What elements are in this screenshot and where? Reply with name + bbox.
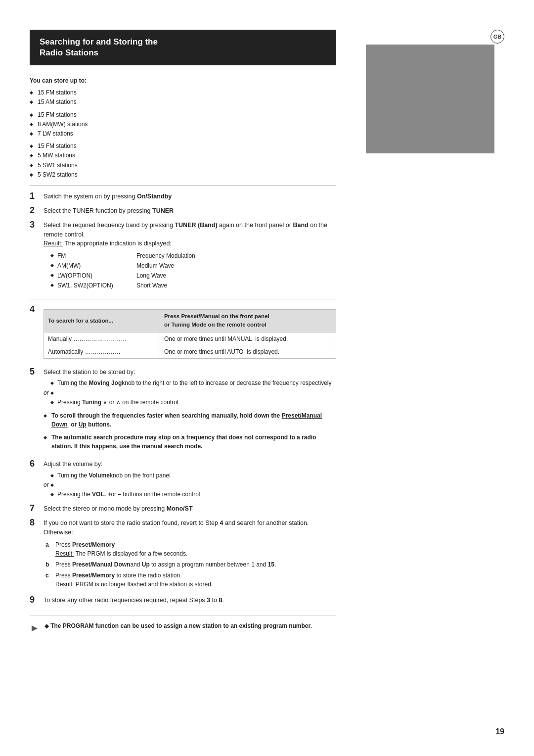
- divider-2: [30, 299, 336, 299]
- tip-arrow-icon: ►: [30, 620, 40, 635]
- step-9-content: To store any other radio frequencies req…: [44, 596, 336, 605]
- step-num-6: 6: [30, 459, 44, 469]
- search-result-auto: One or more times until AUTO is displaye…: [160, 345, 336, 359]
- freq-row-sw: SW1, SW2(OPTION) Short Wave: [50, 281, 336, 290]
- right-panel: [366, 40, 504, 153]
- list-item: 7 LW stations: [30, 129, 336, 139]
- search-table-header-1: To search for a station...: [44, 310, 160, 332]
- tip-content: ◆ The PROGRAM function can be used to as…: [44, 621, 312, 630]
- step-3-content: Select the required frequency band by pr…: [44, 221, 336, 293]
- step-num-2: 2: [30, 205, 44, 216]
- title-box: Searching for and Storing the Radio Stat…: [30, 30, 336, 65]
- sub-step-a-letter: a: [45, 540, 55, 558]
- device-image: [366, 45, 494, 153]
- page-container: GB Searching for and Storing the Radio S…: [0, 0, 534, 756]
- note-auto-text: The automatic search procedure may stop …: [51, 433, 336, 451]
- sub-step-b: b Press Preset/Manual Downand Up to assi…: [45, 560, 336, 569]
- gb-badge: GB: [490, 30, 504, 44]
- diamond-icon: ◆: [44, 413, 51, 429]
- step-num-8: 8: [30, 518, 44, 528]
- list-item: Turning the Volumeknob on the front pane…: [50, 471, 336, 480]
- step-3: 3 Select the required frequency band by …: [30, 221, 336, 293]
- list-item: Pressing the VOL. +or – buttons on the r…: [50, 490, 336, 499]
- divider-1: [30, 186, 336, 186]
- sub-step-c-content: Press Preset/Memory to store the radio s…: [55, 571, 336, 589]
- search-table: To search for a station... Press Preset/…: [44, 309, 336, 359]
- step-7-content: Select the stereo or mono mode by pressi…: [44, 504, 336, 514]
- step-num-9: 9: [30, 595, 44, 605]
- list-item: or: [50, 480, 336, 490]
- list-item: 15 FM stations: [30, 110, 336, 120]
- search-method-manual: Manually ………………………: [44, 332, 160, 345]
- list-item: 5 MW stations: [30, 151, 336, 160]
- main-content: Searching for and Storing the Radio Stat…: [30, 30, 336, 635]
- table-row: Manually ……………………… One or more times unt…: [44, 332, 336, 345]
- freq-row-am: AM(MW) Medium Wave: [50, 261, 336, 270]
- search-table-header-2: Press Preset/Manual on the front panelor…: [160, 310, 336, 332]
- step-num-5: 5: [30, 367, 44, 377]
- list-item: or: [50, 388, 336, 398]
- step-8-substeps: a Press Preset/Memory Result: The PRGM i…: [44, 540, 336, 589]
- step-6-bullets: Turning the Volumeknob on the front pane…: [44, 471, 336, 500]
- list-item: 15 AM stations: [30, 97, 336, 107]
- step-1-content: Switch the system on by pressing On/Stan…: [44, 192, 336, 201]
- list-item: Pressing Tuning ∨ or ∧ on the remote con…: [50, 398, 336, 407]
- store-up-label: You can store up to:: [30, 77, 336, 84]
- list-item: 5 SW1 stations: [30, 161, 336, 170]
- note-scroll-text: To scroll through the frequencies faster…: [51, 411, 336, 429]
- list-item: 15 FM stations: [30, 142, 336, 151]
- diamond-icon: ◆: [44, 622, 49, 629]
- sub-step-b-content: Press Preset/Manual Downand Up to assign…: [55, 560, 336, 569]
- search-result-manual: One or more times until MANUAL is displa…: [160, 332, 336, 345]
- step-5-bullets: Turning the Moving Jogknob to the right …: [44, 378, 336, 407]
- store-group-3: 15 FM stations 5 MW stations 5 SW1 stati…: [30, 142, 336, 180]
- sub-step-b-letter: b: [45, 560, 55, 569]
- freq-row-lw: LW(OPTION) Long Wave: [50, 271, 336, 280]
- step-9: 9 To store any other radio frequencies r…: [30, 596, 336, 605]
- sub-step-a: a Press Preset/Memory Result: The PRGM i…: [45, 540, 336, 558]
- store-up-section: You can store up to: 15 FM stations 15 A…: [30, 77, 336, 180]
- diamond-icon: ◆: [44, 434, 51, 451]
- sub-step-c: c Press Preset/Memory to store the radio…: [45, 571, 336, 589]
- freq-row-fm: FM Frequency Modulation: [50, 251, 336, 260]
- list-item: 15 FM stations: [30, 88, 336, 97]
- step-4-content: To search for a station... Press Preset/…: [44, 305, 336, 363]
- step-4: 4 To search for a station... Press Prese…: [30, 305, 336, 363]
- note-scroll: ◆ To scroll through the frequencies fast…: [44, 411, 336, 429]
- step-num-7: 7: [30, 503, 44, 514]
- step-num-4: 4: [30, 304, 44, 315]
- sub-step-c-letter: c: [45, 571, 55, 589]
- tip-text: The PROGRAM function can be used to assi…: [50, 622, 312, 629]
- list-item: 8 AM(MW) stations: [30, 120, 336, 129]
- gb-label: GB: [493, 34, 502, 40]
- store-group-1: 15 FM stations 15 AM stations: [30, 88, 336, 107]
- step-1: 1 Switch the system on by pressing On/St…: [30, 192, 336, 201]
- step-7: 7 Select the stereo or mono mode by pres…: [30, 504, 336, 514]
- search-method-auto: Automatically ………………: [44, 345, 160, 359]
- step-8-content: If you do not want to store the radio st…: [44, 519, 336, 591]
- step-2-content: Select the TUNER function by pressing TU…: [44, 206, 336, 216]
- sub-step-a-content: Press Preset/Memory Result: The PRGM is …: [55, 540, 336, 558]
- page-title: Searching for and Storing the Radio Stat…: [40, 37, 326, 58]
- frequency-table: FM Frequency Modulation AM(MW) Medium Wa…: [50, 251, 336, 290]
- step-num-3: 3: [30, 220, 44, 230]
- step-5: 5 Select the station to be stored by: Tu…: [30, 368, 336, 455]
- list-item: Turning the Moving Jogknob to the right …: [50, 378, 336, 388]
- step-2: 2 Select the TUNER function by pressing …: [30, 206, 336, 216]
- note-auto: ◆ The automatic search procedure may sto…: [44, 433, 336, 451]
- page-number: 19: [495, 727, 504, 736]
- step-6: 6 Adjust the volume by: Turning the Volu…: [30, 460, 336, 499]
- tip-box: ► ◆ The PROGRAM function can be used to …: [30, 615, 336, 635]
- store-group-2: 15 FM stations 8 AM(MW) stations 7 LW st…: [30, 110, 336, 139]
- list-item: 5 SW2 stations: [30, 170, 336, 180]
- step-5-content: Select the station to be stored by: Turn…: [44, 368, 336, 455]
- step-num-1: 1: [30, 191, 44, 201]
- step-6-content: Adjust the volume by: Turning the Volume…: [44, 460, 336, 499]
- step-8: 8 If you do not want to store the radio …: [30, 519, 336, 591]
- table-row: Automatically ……………… One or more times u…: [44, 345, 336, 359]
